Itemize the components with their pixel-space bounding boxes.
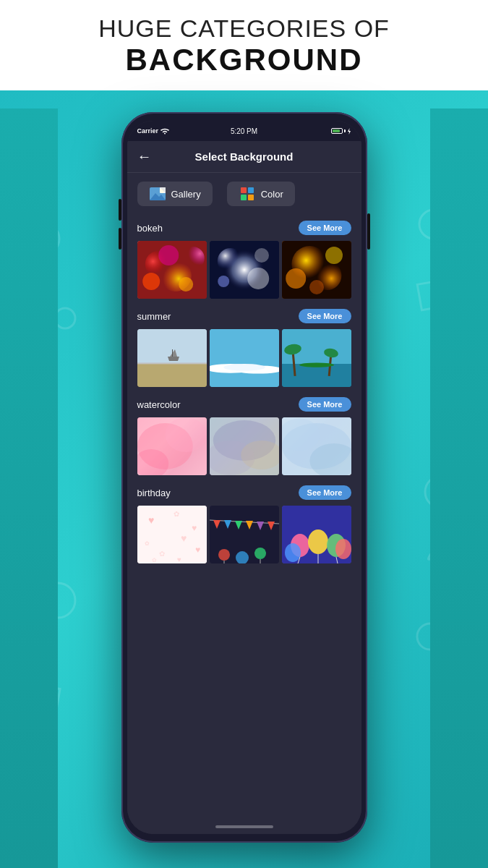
svg-point-38 xyxy=(286,268,306,289)
carrier-label: Carrier xyxy=(137,127,159,135)
svg-point-27 xyxy=(179,277,193,292)
category-summer-name: summer xyxy=(137,311,171,322)
birthday-image-1[interactable]: ♥ ✿ ♥ ✿ ♥ ✿ ♥ ✿ ♥ xyxy=(137,506,207,563)
watercolor-image-1[interactable] xyxy=(137,417,207,475)
screen-content[interactable]: Gallery Color xyxy=(127,173,361,834)
bottom-spacer xyxy=(127,568,361,582)
charging-icon xyxy=(347,128,351,135)
volume-up-btn xyxy=(119,199,121,221)
right-strip xyxy=(430,109,488,868)
watercolor-image-2[interactable] xyxy=(210,417,279,475)
svg-point-39 xyxy=(325,247,343,264)
birthday-image-2[interactable] xyxy=(210,506,279,563)
header-line1: HUGE CATEGORIES OF xyxy=(14,14,474,43)
svg-text:✿: ✿ xyxy=(152,557,157,563)
category-birthday-name: birthday xyxy=(137,488,171,498)
svg-text:✿: ✿ xyxy=(145,540,150,547)
summer-image-2[interactable] xyxy=(210,329,279,387)
tabs-row: Gallery Color xyxy=(127,173,361,215)
category-summer-header: summer See More xyxy=(137,309,351,323)
svg-text:♥: ♥ xyxy=(148,514,154,526)
svg-rect-45 xyxy=(172,349,173,357)
svg-point-26 xyxy=(142,273,160,290)
gallery-icon xyxy=(149,187,166,201)
tab-color[interactable]: Color xyxy=(227,182,295,206)
svg-point-99 xyxy=(285,543,301,562)
watercolor-grid xyxy=(137,417,351,475)
svg-point-97 xyxy=(308,529,328,554)
phone-mockup: Carrier 5:20 PM ← xyxy=(121,112,367,843)
svg-point-89 xyxy=(218,549,230,561)
category-birthday-header: birthday See More xyxy=(137,485,351,500)
battery-tip xyxy=(344,129,346,132)
color-cell-blue xyxy=(248,187,254,193)
category-bokeh: bokeh See More xyxy=(127,215,361,303)
back-button[interactable]: ← xyxy=(137,148,152,165)
summer-image-3[interactable] xyxy=(282,329,351,387)
nav-bar: ← Select Background xyxy=(127,141,361,173)
birthday-image-3[interactable] xyxy=(282,506,351,563)
summer-grid xyxy=(137,329,351,387)
header-line2: BACKGROUND xyxy=(14,43,474,77)
svg-point-51 xyxy=(223,364,265,371)
battery-icon xyxy=(331,128,343,134)
bokeh-image-3[interactable] xyxy=(282,241,351,299)
svg-rect-47 xyxy=(210,329,279,367)
tab-gallery[interactable]: Gallery xyxy=(137,182,213,206)
tab-gallery-label: Gallery xyxy=(171,189,201,200)
category-bokeh-header: bokeh See More xyxy=(137,221,351,235)
svg-point-25 xyxy=(181,247,204,270)
svg-rect-42 xyxy=(137,364,207,387)
color-grid-icon xyxy=(239,187,256,201)
watercolor-image-3[interactable] xyxy=(282,417,351,475)
home-bar xyxy=(215,825,273,828)
category-birthday: birthday See More ♥ ✿ ♥ ✿ xyxy=(127,480,361,568)
summer-image-1[interactable] xyxy=(137,329,207,387)
screen: ← Select Background xyxy=(127,141,361,834)
svg-text:♥: ♥ xyxy=(177,556,181,563)
battery-fill xyxy=(333,129,340,132)
bokeh-image-1[interactable] xyxy=(137,241,207,299)
wifi-icon xyxy=(160,128,169,135)
birthday-grid: ♥ ✿ ♥ ✿ ♥ ✿ ♥ ✿ ♥ xyxy=(137,506,351,563)
header-banner: HUGE CATEGORIES OF BACKGROUND xyxy=(0,0,488,90)
svg-text:♥: ♥ xyxy=(181,532,187,544)
bokeh-grid xyxy=(137,241,351,299)
bokeh-image-2[interactable] xyxy=(210,241,279,299)
see-more-birthday[interactable]: See More xyxy=(299,485,351,500)
svg-point-28 xyxy=(158,245,179,265)
svg-point-1 xyxy=(55,308,75,328)
svg-point-34 xyxy=(218,276,229,287)
svg-rect-43 xyxy=(137,362,207,364)
see-more-summer[interactable]: See More xyxy=(299,309,351,323)
see-more-watercolor[interactable]: See More xyxy=(299,397,351,412)
color-cell-red xyxy=(241,187,247,193)
color-cell-green xyxy=(241,195,247,200)
time-label: 5:20 PM xyxy=(231,127,257,135)
svg-point-58 xyxy=(299,362,334,367)
svg-marker-46 xyxy=(168,357,179,361)
volume-down-btn xyxy=(119,228,121,250)
nav-title: Select Background xyxy=(158,150,331,163)
color-cell-orange xyxy=(248,195,254,200)
svg-text:✿: ✿ xyxy=(159,550,165,558)
svg-point-61 xyxy=(165,417,207,452)
category-watercolor: watercolor See More xyxy=(127,391,361,480)
left-strip xyxy=(0,109,58,868)
category-bokeh-name: bokeh xyxy=(137,223,163,234)
svg-text:✿: ✿ xyxy=(174,510,179,518)
category-watercolor-name: watercolor xyxy=(137,399,181,410)
svg-point-100 xyxy=(335,539,351,559)
status-bar: Carrier 5:20 PM xyxy=(127,121,361,141)
see-more-bokeh[interactable]: See More xyxy=(299,221,351,235)
svg-text:♥: ♥ xyxy=(195,545,200,555)
tab-color-label: Color xyxy=(261,189,283,200)
power-btn xyxy=(367,213,370,250)
category-watercolor-header: watercolor See More xyxy=(137,397,351,412)
svg-point-40 xyxy=(309,280,324,294)
battery-container xyxy=(331,128,351,135)
svg-point-33 xyxy=(254,248,269,263)
category-summer: summer See More xyxy=(127,303,361,391)
svg-point-91 xyxy=(254,548,266,559)
svg-point-32 xyxy=(247,268,269,289)
